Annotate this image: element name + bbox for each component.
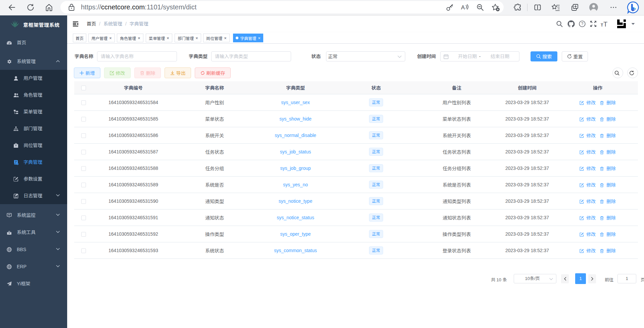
svg-text:?: ? — [581, 21, 584, 26]
svg-text:T: T — [603, 20, 607, 28]
svg-text:T: T — [601, 23, 603, 28]
svg-text:A: A — [461, 4, 465, 11]
